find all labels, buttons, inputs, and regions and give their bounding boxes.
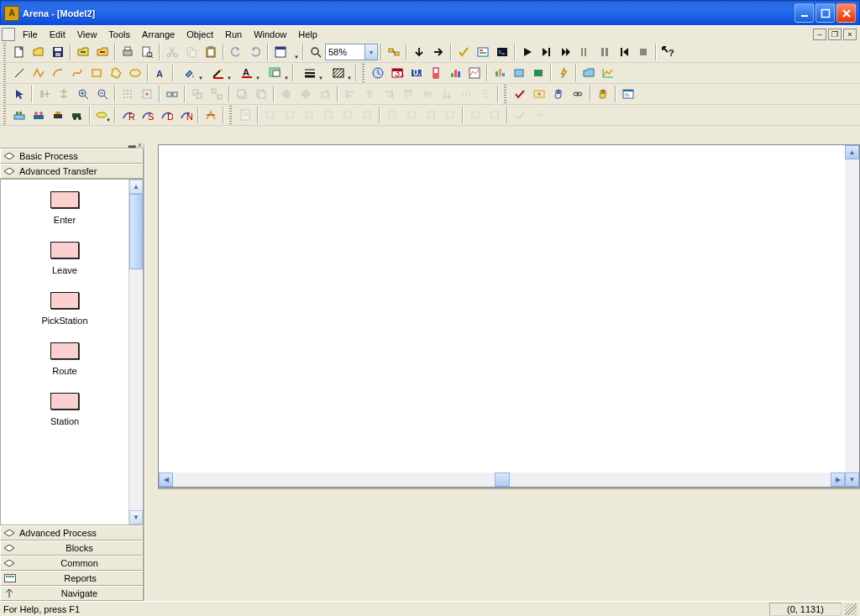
box-tool[interactable] — [87, 64, 106, 82]
zoom-in-button[interactable] — [73, 85, 92, 103]
detach-button[interactable] — [92, 43, 112, 61]
g3-button[interactable] — [299, 106, 318, 124]
menu-help[interactable]: Help — [292, 28, 323, 41]
zoom-tool-button[interactable] — [306, 43, 325, 61]
i2-button[interactable] — [485, 106, 504, 124]
goto-end-button[interactable] — [537, 43, 556, 61]
zoom-level-input[interactable]: 58% — [325, 44, 365, 60]
align-middle-button[interactable] — [417, 85, 437, 103]
align-center-button[interactable] — [359, 85, 379, 103]
menu-window[interactable]: Window — [248, 28, 292, 41]
submodel-button[interactable] — [384, 43, 403, 61]
stop-button[interactable] — [633, 43, 653, 61]
scroll-thumb[interactable] — [129, 194, 143, 269]
context-help-button[interactable]: ? — [658, 43, 678, 61]
run-button[interactable] — [517, 43, 537, 61]
pointer-tool[interactable] — [9, 85, 29, 103]
animate2-button[interactable] — [509, 64, 528, 82]
canvas-vscroll[interactable]: ▲ ▼ — [845, 145, 859, 487]
ellipse-tool[interactable] — [125, 64, 144, 82]
close-button[interactable] — [836, 3, 856, 23]
zoom-dropdown-button[interactable]: ▼ — [365, 44, 378, 60]
minimize-button[interactable] — [794, 3, 814, 23]
resize-grip[interactable] — [845, 603, 857, 615]
copy-button[interactable] — [181, 43, 201, 61]
seize-button[interactable] — [29, 106, 48, 124]
mdi-minimize-button[interactable]: – — [813, 29, 826, 40]
category-basic-process[interactable]: Basic Process — [0, 149, 144, 164]
promote-path-button[interactable] — [201, 106, 220, 124]
attach-button[interactable] — [73, 43, 92, 61]
menu-arrange[interactable]: Arrange — [136, 28, 181, 41]
route-anim-button[interactable]: R — [118, 106, 137, 124]
scroll-thumb[interactable] — [495, 472, 510, 487]
line-style-button[interactable] — [324, 64, 353, 82]
ungroup-button[interactable] — [207, 85, 226, 103]
toolbar-grip[interactable] — [502, 85, 508, 103]
hand2-button[interactable] — [593, 85, 612, 103]
category-navigate[interactable]: Navigate — [0, 586, 144, 601]
scroll-down-button[interactable]: ▼ — [129, 510, 143, 525]
module-leave[interactable]: Leave — [1, 242, 128, 275]
setup-button[interactable] — [473, 43, 492, 61]
maximize-button[interactable] — [815, 3, 835, 23]
i1-button[interactable] — [465, 106, 485, 124]
scroll-right-button[interactable]: ▶ — [831, 472, 845, 487]
category-common[interactable]: Common — [0, 556, 144, 571]
scroll-down-button[interactable]: ▼ — [845, 472, 859, 487]
toggle-split-dropdown[interactable] — [290, 43, 300, 61]
category-advanced-process[interactable]: Advanced Process — [0, 525, 144, 540]
category-advanced-transfer[interactable]: Advanced Transfer — [0, 164, 144, 179]
dist-h-button[interactable] — [456, 85, 475, 103]
g1-button[interactable] — [260, 106, 280, 124]
align-top-button[interactable] — [398, 85, 417, 103]
polygon-tool[interactable] — [106, 64, 125, 82]
variable-button[interactable]: 0.0 — [406, 64, 426, 82]
align-bottom-button[interactable] — [437, 85, 456, 103]
align-v-button[interactable] — [54, 85, 73, 103]
bezier-tool[interactable] — [67, 64, 87, 82]
module-station[interactable]: Station — [1, 393, 128, 426]
animate3-button[interactable] — [528, 64, 548, 82]
align-left-button[interactable] — [340, 85, 359, 103]
segment-anim-button[interactable]: S — [137, 106, 156, 124]
undo-button[interactable] — [226, 43, 245, 61]
module-pickstation[interactable]: PickStation — [1, 292, 128, 326]
h4-button[interactable] — [440, 106, 459, 124]
grid-button[interactable] — [118, 85, 137, 103]
cut-button[interactable] — [162, 43, 181, 61]
chart-tool-button[interactable] — [598, 64, 617, 82]
h1-button[interactable] — [382, 106, 401, 124]
h2-button[interactable] — [401, 106, 421, 124]
arrow-down-button[interactable] — [409, 43, 428, 61]
line-width-button[interactable] — [296, 64, 324, 82]
category-blocks[interactable]: Blocks — [0, 540, 144, 556]
transporter-button[interactable] — [67, 106, 87, 124]
animate1-button[interactable] — [490, 64, 509, 82]
j1-button[interactable] — [510, 106, 529, 124]
step-button[interactable] — [575, 43, 595, 61]
print-preview-button[interactable] — [137, 43, 156, 61]
flip-v-button[interactable] — [296, 85, 315, 103]
panel-header-grip[interactable]: ▬× — [0, 143, 144, 149]
toolbar-grip[interactable] — [360, 64, 366, 82]
rotate-button[interactable] — [315, 85, 334, 103]
check2-button[interactable] — [510, 85, 529, 103]
parking-button[interactable] — [48, 106, 67, 124]
go-button[interactable] — [428, 43, 448, 61]
menu-view[interactable]: View — [71, 28, 103, 41]
toolbar-grip[interactable] — [2, 43, 8, 61]
pause-button[interactable] — [595, 43, 614, 61]
command-button[interactable] — [492, 43, 511, 61]
open-button[interactable] — [29, 43, 48, 61]
scroll-track[interactable] — [129, 269, 143, 510]
menu-object[interactable]: Object — [181, 28, 219, 41]
glue-button[interactable] — [162, 85, 181, 103]
menu-file[interactable]: File — [17, 28, 44, 41]
group-button[interactable] — [187, 85, 207, 103]
start-over-button[interactable] — [614, 43, 633, 61]
station-marker-button[interactable] — [92, 106, 112, 124]
network-anim-button[interactable]: N — [176, 106, 195, 124]
zoom-out-button[interactable] — [92, 85, 112, 103]
fill-color-button[interactable] — [176, 64, 204, 82]
